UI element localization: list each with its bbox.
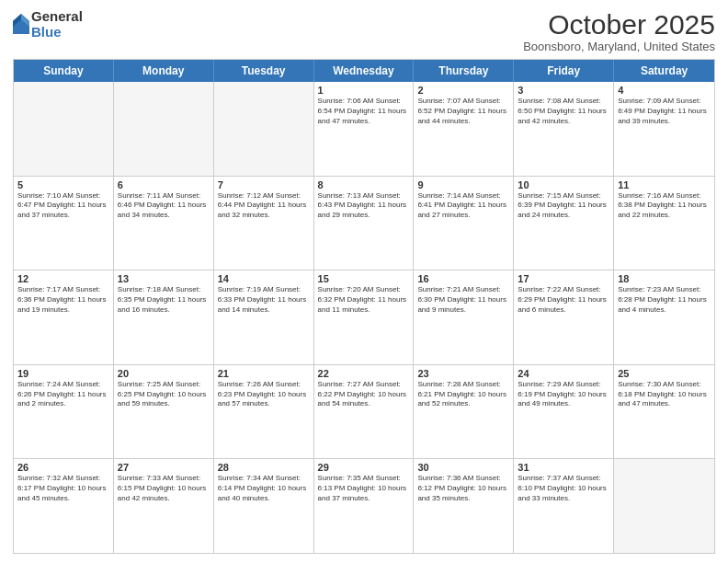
cell-text: Sunrise: 7:32 AM Sunset: 6:17 PM Dayligh… bbox=[17, 474, 109, 503]
cell-text: Sunrise: 7:21 AM Sunset: 6:30 PM Dayligh… bbox=[417, 285, 509, 315]
day-number: 15 bbox=[318, 273, 410, 284]
day-number: 31 bbox=[518, 462, 609, 473]
cell-text: Sunrise: 7:19 AM Sunset: 6:33 PM Dayligh… bbox=[218, 285, 310, 315]
day-number: 2 bbox=[417, 85, 509, 96]
header-day-thursday: Thursday bbox=[414, 60, 514, 82]
cell-text: Sunrise: 7:28 AM Sunset: 6:21 PM Dayligh… bbox=[417, 380, 509, 409]
logo-icon bbox=[13, 14, 29, 34]
cell-text: Sunrise: 7:20 AM Sunset: 6:32 PM Dayligh… bbox=[318, 285, 410, 315]
logo-text: General Blue bbox=[31, 9, 83, 40]
calendar-cell: 3Sunrise: 7:08 AM Sunset: 6:50 PM Daylig… bbox=[514, 82, 614, 176]
calendar-cell: 6Sunrise: 7:11 AM Sunset: 6:46 PM Daylig… bbox=[114, 177, 214, 270]
cell-text: Sunrise: 7:36 AM Sunset: 6:12 PM Dayligh… bbox=[417, 474, 509, 503]
calendar-week-3: 12Sunrise: 7:17 AM Sunset: 6:36 PM Dayli… bbox=[14, 270, 714, 365]
calendar-cell: 14Sunrise: 7:19 AM Sunset: 6:33 PM Dayli… bbox=[214, 270, 314, 364]
calendar-body: 1Sunrise: 7:06 AM Sunset: 6:54 PM Daylig… bbox=[14, 82, 714, 553]
day-number: 1 bbox=[318, 85, 410, 96]
calendar-cell: 28Sunrise: 7:34 AM Sunset: 6:14 PM Dayli… bbox=[214, 459, 314, 553]
day-number: 30 bbox=[417, 462, 509, 473]
calendar-cell: 31Sunrise: 7:37 AM Sunset: 6:10 PM Dayli… bbox=[514, 459, 614, 553]
calendar-cell bbox=[214, 82, 314, 176]
day-number: 16 bbox=[417, 273, 509, 284]
calendar-cell: 30Sunrise: 7:36 AM Sunset: 6:12 PM Dayli… bbox=[414, 459, 514, 553]
day-number: 11 bbox=[618, 179, 711, 190]
calendar-cell: 12Sunrise: 7:17 AM Sunset: 6:36 PM Dayli… bbox=[14, 270, 114, 364]
day-number: 19 bbox=[17, 368, 109, 379]
day-number: 8 bbox=[318, 179, 410, 190]
header-day-wednesday: Wednesday bbox=[314, 60, 415, 82]
day-number: 14 bbox=[218, 273, 310, 284]
cell-text: Sunrise: 7:24 AM Sunset: 6:26 PM Dayligh… bbox=[17, 380, 109, 409]
calendar-cell: 7Sunrise: 7:12 AM Sunset: 6:44 PM Daylig… bbox=[214, 177, 314, 270]
cell-text: Sunrise: 7:33 AM Sunset: 6:15 PM Dayligh… bbox=[118, 474, 210, 503]
day-number: 22 bbox=[318, 368, 410, 379]
cell-text: Sunrise: 7:30 AM Sunset: 6:18 PM Dayligh… bbox=[618, 380, 711, 409]
calendar-cell: 10Sunrise: 7:15 AM Sunset: 6:39 PM Dayli… bbox=[514, 177, 614, 270]
header-day-saturday: Saturday bbox=[614, 60, 714, 82]
calendar-week-1: 1Sunrise: 7:06 AM Sunset: 6:54 PM Daylig… bbox=[14, 82, 714, 177]
cell-text: Sunrise: 7:09 AM Sunset: 6:49 PM Dayligh… bbox=[618, 97, 711, 126]
day-number: 9 bbox=[417, 179, 509, 190]
cell-text: Sunrise: 7:29 AM Sunset: 6:19 PM Dayligh… bbox=[518, 380, 609, 409]
day-number: 20 bbox=[118, 368, 210, 379]
cell-text: Sunrise: 7:08 AM Sunset: 6:50 PM Dayligh… bbox=[518, 97, 609, 126]
calendar-cell: 19Sunrise: 7:24 AM Sunset: 6:26 PM Dayli… bbox=[14, 365, 114, 459]
title-block: October 2025 Boonsboro, Maryland, United… bbox=[523, 9, 715, 53]
calendar-cell: 9Sunrise: 7:14 AM Sunset: 6:41 PM Daylig… bbox=[414, 177, 514, 270]
cell-text: Sunrise: 7:37 AM Sunset: 6:10 PM Dayligh… bbox=[518, 474, 609, 503]
cell-text: Sunrise: 7:25 AM Sunset: 6:25 PM Dayligh… bbox=[118, 380, 210, 409]
day-number: 24 bbox=[518, 368, 609, 379]
cell-text: Sunrise: 7:18 AM Sunset: 6:35 PM Dayligh… bbox=[118, 285, 210, 315]
day-number: 17 bbox=[518, 273, 609, 284]
calendar-cell: 2Sunrise: 7:07 AM Sunset: 6:52 PM Daylig… bbox=[414, 82, 514, 176]
cell-text: Sunrise: 7:26 AM Sunset: 6:23 PM Dayligh… bbox=[218, 380, 310, 409]
day-number: 6 bbox=[118, 179, 210, 190]
calendar-week-5: 26Sunrise: 7:32 AM Sunset: 6:17 PM Dayli… bbox=[14, 459, 714, 553]
calendar-cell: 5Sunrise: 7:10 AM Sunset: 6:47 PM Daylig… bbox=[14, 177, 114, 270]
cell-text: Sunrise: 7:06 AM Sunset: 6:54 PM Dayligh… bbox=[318, 97, 410, 126]
cell-text: Sunrise: 7:34 AM Sunset: 6:14 PM Dayligh… bbox=[218, 474, 310, 503]
cell-text: Sunrise: 7:22 AM Sunset: 6:29 PM Dayligh… bbox=[518, 285, 609, 315]
calendar-cell: 25Sunrise: 7:30 AM Sunset: 6:18 PM Dayli… bbox=[614, 365, 714, 459]
calendar-cell bbox=[114, 82, 214, 176]
calendar-cell: 23Sunrise: 7:28 AM Sunset: 6:21 PM Dayli… bbox=[414, 365, 514, 459]
header-day-friday: Friday bbox=[514, 60, 614, 82]
calendar-cell: 20Sunrise: 7:25 AM Sunset: 6:25 PM Dayli… bbox=[114, 365, 214, 459]
logo: General Blue bbox=[13, 9, 83, 40]
calendar-cell: 27Sunrise: 7:33 AM Sunset: 6:15 PM Dayli… bbox=[114, 459, 214, 553]
day-number: 5 bbox=[17, 179, 109, 190]
calendar-cell bbox=[14, 82, 114, 176]
calendar-cell: 21Sunrise: 7:26 AM Sunset: 6:23 PM Dayli… bbox=[214, 365, 314, 459]
cell-text: Sunrise: 7:16 AM Sunset: 6:38 PM Dayligh… bbox=[618, 191, 711, 221]
logo-blue: Blue bbox=[31, 25, 83, 40]
calendar: SundayMondayTuesdayWednesdayThursdayFrid… bbox=[13, 59, 715, 554]
calendar-week-4: 19Sunrise: 7:24 AM Sunset: 6:26 PM Dayli… bbox=[14, 365, 714, 460]
calendar-cell: 17Sunrise: 7:22 AM Sunset: 6:29 PM Dayli… bbox=[514, 270, 614, 364]
calendar-cell: 8Sunrise: 7:13 AM Sunset: 6:43 PM Daylig… bbox=[314, 177, 415, 270]
cell-text: Sunrise: 7:35 AM Sunset: 6:13 PM Dayligh… bbox=[318, 474, 410, 503]
calendar-cell: 15Sunrise: 7:20 AM Sunset: 6:32 PM Dayli… bbox=[314, 270, 415, 364]
cell-text: Sunrise: 7:14 AM Sunset: 6:41 PM Dayligh… bbox=[417, 191, 509, 221]
calendar-cell: 16Sunrise: 7:21 AM Sunset: 6:30 PM Dayli… bbox=[414, 270, 514, 364]
cell-text: Sunrise: 7:13 AM Sunset: 6:43 PM Dayligh… bbox=[318, 191, 410, 221]
calendar-cell: 18Sunrise: 7:23 AM Sunset: 6:28 PM Dayli… bbox=[614, 270, 714, 364]
day-number: 18 bbox=[618, 273, 711, 284]
month-year: October 2025 bbox=[523, 9, 715, 40]
cell-text: Sunrise: 7:27 AM Sunset: 6:22 PM Dayligh… bbox=[318, 380, 410, 409]
header-day-monday: Monday bbox=[114, 60, 214, 82]
logo-general: General bbox=[31, 9, 83, 25]
day-number: 10 bbox=[518, 179, 609, 190]
cell-text: Sunrise: 7:10 AM Sunset: 6:47 PM Dayligh… bbox=[17, 191, 109, 221]
header-day-sunday: Sunday bbox=[14, 60, 114, 82]
calendar-cell: 13Sunrise: 7:18 AM Sunset: 6:35 PM Dayli… bbox=[114, 270, 214, 364]
day-number: 7 bbox=[218, 179, 310, 190]
calendar-cell: 22Sunrise: 7:27 AM Sunset: 6:22 PM Dayli… bbox=[314, 365, 415, 459]
day-number: 21 bbox=[218, 368, 310, 379]
calendar-cell: 1Sunrise: 7:06 AM Sunset: 6:54 PM Daylig… bbox=[314, 82, 415, 176]
day-number: 29 bbox=[318, 462, 410, 473]
calendar-cell: 4Sunrise: 7:09 AM Sunset: 6:49 PM Daylig… bbox=[614, 82, 714, 176]
page: General Blue October 2025 Boonsboro, Mar… bbox=[0, 0, 728, 563]
calendar-cell: 29Sunrise: 7:35 AM Sunset: 6:13 PM Dayli… bbox=[314, 459, 415, 553]
cell-text: Sunrise: 7:15 AM Sunset: 6:39 PM Dayligh… bbox=[518, 191, 609, 221]
cell-text: Sunrise: 7:07 AM Sunset: 6:52 PM Dayligh… bbox=[417, 97, 509, 126]
